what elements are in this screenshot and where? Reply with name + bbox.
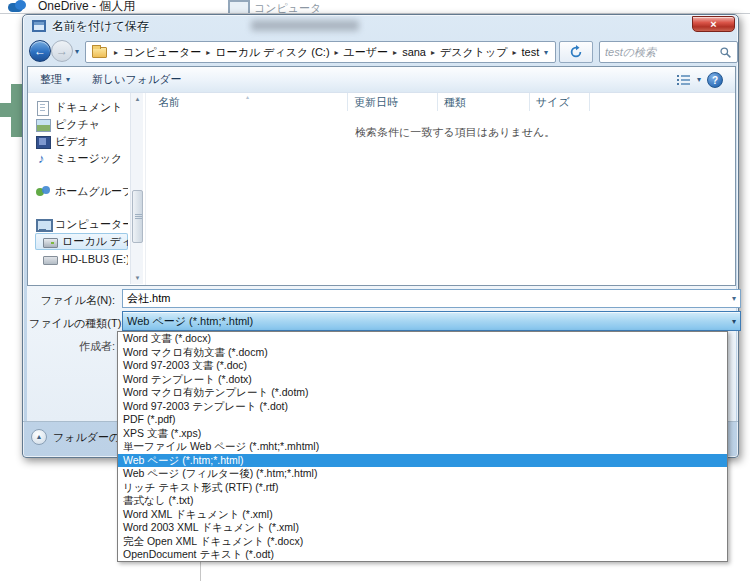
background-computer-label: コンピュータ <box>254 0 321 13</box>
breadcrumb-item[interactable]: ▸ sana <box>388 46 426 58</box>
column-header[interactable]: 更新日時 <box>348 93 438 111</box>
dropdown-option[interactable]: OpenDocument テキスト (*.odt) <box>118 548 727 562</box>
dropdown-option[interactable]: PDF (*.pdf) <box>118 413 727 427</box>
folder-icon <box>92 47 107 58</box>
breadcrumb-separator-icon: ▸ <box>114 48 118 57</box>
disk-icon <box>42 235 57 249</box>
recent-locations-caret-icon[interactable]: ▾ <box>75 47 79 56</box>
file-name-input[interactable] <box>123 293 728 305</box>
sidebar-scrollbar[interactable]: ▲ ▼ <box>130 93 143 284</box>
breadcrumb-item[interactable]: ▸ コンピューター <box>109 45 201 60</box>
file-list: 名前 更新日時 種類 サイズ ▴ 検索条件に一致する項目はありません。 <box>145 93 735 285</box>
author-label: 作成者: <box>29 339 115 354</box>
dropdown-option[interactable]: Word 97-2003 テンプレート (*.dot) <box>118 400 727 414</box>
organize-caret-icon: ▾ <box>66 75 70 84</box>
breadcrumb-item[interactable]: ▸ test <box>508 46 540 58</box>
sidebar-item[interactable]: HD-LBU3 (E:) <box>35 250 128 267</box>
homegroup-icon <box>35 185 50 199</box>
dropdown-option[interactable]: XPS 文書 (*.xps) <box>118 427 727 441</box>
dropdown-option[interactable]: Word 文書 (*.docx) <box>118 332 727 346</box>
dropdown-option[interactable]: Word マクロ有効テンプレート (*.dotm) <box>118 386 727 400</box>
dropdown-option[interactable]: Word 97-2003 文書 (*.doc) <box>118 359 727 373</box>
breadcrumb-separator-icon: ▸ <box>431 48 435 57</box>
refresh-icon <box>569 45 583 59</box>
address-dropdown-caret-icon[interactable]: ▾ <box>541 48 551 57</box>
video-icon <box>35 135 50 149</box>
music-icon <box>35 152 50 166</box>
sidebar-item[interactable]: コンピューター <box>28 216 128 233</box>
forward-button[interactable]: → <box>51 40 73 62</box>
breadcrumb-item[interactable]: ▸ ユーザー <box>330 45 389 60</box>
view-mode-icon[interactable] <box>677 74 691 85</box>
screen: OneDrive - 個人用 コンピュータ 名前を付けて保存 × ← → ▾ ▸ <box>0 0 750 581</box>
breadcrumb-item[interactable]: ▸ デスクトップ <box>426 45 508 60</box>
close-button[interactable]: × <box>692 16 735 32</box>
column-header-row: 名前 更新日時 種類 サイズ <box>146 93 735 111</box>
help-icon[interactable]: ? <box>707 72 723 88</box>
scrollbar-thumb[interactable] <box>132 190 143 243</box>
scroll-down-icon[interactable]: ▼ <box>131 272 144 284</box>
glass-smudge <box>251 20 359 31</box>
file-type-value: Web ページ (*.htm;*.html) <box>123 314 253 329</box>
scroll-up-icon[interactable]: ▲ <box>131 93 144 105</box>
onedrive-cloud-icon <box>6 1 30 12</box>
breadcrumb-separator-icon: ▸ <box>335 48 339 57</box>
breadcrumb-separator-icon: ▸ <box>513 48 517 57</box>
file-type-caret-icon: ▾ <box>728 317 740 326</box>
new-folder-button[interactable]: 新しいフォルダー <box>92 72 182 87</box>
drive-icon <box>42 252 57 266</box>
dropdown-option[interactable]: Web ページ (フィルター後) (*.htm;*.html) <box>118 467 727 481</box>
file-name-label: ファイル名(N): <box>29 293 115 308</box>
address-bar[interactable]: ▸ コンピューター ▸ ローカル ディスク (C:) ▸ ユーザー ▸ sana <box>85 41 556 63</box>
breadcrumb: ▸ コンピューター ▸ ローカル ディスク (C:) ▸ ユーザー ▸ sana <box>109 45 539 60</box>
empty-folder-message: 検索条件に一致する項目はありません。 <box>355 125 555 140</box>
dropdown-option[interactable]: Web ページ (*.htm;*.html) <box>118 454 727 468</box>
breadcrumb-item[interactable]: ▸ ローカル ディスク (C:) <box>201 45 329 60</box>
sidebar-item[interactable]: ビデオ <box>28 133 128 150</box>
address-row: ← → ▾ ▸ コンピューター ▸ ローカル ディスク (C:) ▸ <box>23 37 738 66</box>
background-onedrive-item: OneDrive - 個人用 <box>6 0 135 13</box>
save-dialog-icon <box>32 20 46 32</box>
view-mode-caret-icon[interactable]: ▾ <box>697 75 701 84</box>
dropdown-option[interactable]: リッチ テキスト形式 (RTF) (*.rtf) <box>118 481 727 495</box>
sidebar-item[interactable]: ホームグループ <box>28 183 128 200</box>
sidebar-item[interactable]: ミュージック <box>28 150 128 167</box>
file-type-dropdown-list: Word 文書 (*.docx) Word マクロ有効文書 (*.docm) W… <box>117 331 728 562</box>
dropdown-option[interactable]: Word テンプレート (*.dotx) <box>118 373 727 387</box>
dropdown-option[interactable]: Word XML ドキュメント (*.xml) <box>118 508 727 522</box>
pictures-icon <box>35 118 50 132</box>
breadcrumb-separator-icon: ▸ <box>206 48 210 57</box>
collapse-arrow-icon: ▲ <box>31 429 47 445</box>
back-button[interactable]: ← <box>29 40 51 62</box>
sidebar-item[interactable]: ドキュメント <box>28 99 128 116</box>
dropdown-option[interactable]: 単一ファイル Web ページ (*.mht;*.mhtml) <box>118 440 727 454</box>
sort-indicator-icon: ▴ <box>246 93 249 100</box>
sidebar-item[interactable]: ピクチャ <box>28 116 128 133</box>
column-header[interactable]: サイズ <box>530 93 590 111</box>
organize-button[interactable]: 整理 ▾ <box>40 72 70 87</box>
dialog-titlebar[interactable]: 名前を付けて保存 <box>23 15 738 37</box>
dropdown-option[interactable]: Word 2003 XML ドキュメント (*.xml) <box>118 521 727 535</box>
navigation-sidebar: ドキュメント ピクチャ ビデオ ミュージック ホームグループ <box>28 93 144 285</box>
dropdown-option[interactable]: 書式なし (*.txt) <box>118 494 727 508</box>
dropdown-option[interactable]: Word マクロ有効文書 (*.docm) <box>118 346 727 360</box>
breadcrumb-separator-icon: ▸ <box>393 48 397 57</box>
document-icon <box>35 101 50 115</box>
file-type-label: ファイルの種類(T): <box>29 316 115 331</box>
search-icon <box>719 46 732 59</box>
search-input[interactable] <box>605 46 719 58</box>
file-name-field[interactable]: ▾ <box>122 289 741 308</box>
computer-icon <box>35 218 50 232</box>
sidebar-item[interactable]: ローカル ディス <box>35 233 128 250</box>
dialog-title: 名前を付けて保存 <box>52 18 149 35</box>
background-computer-item: コンピュータ <box>228 0 321 13</box>
computer-monitor-icon <box>228 0 248 13</box>
column-header[interactable]: 種類 <box>438 93 530 111</box>
file-type-combo[interactable]: Web ページ (*.htm;*.html) ▾ <box>122 311 741 331</box>
dropdown-option[interactable]: 完全 Open XML ドキュメント (*.docx) <box>118 535 727 549</box>
command-toolbar: 整理 ▾ 新しいフォルダー ▾ ? <box>28 67 735 93</box>
refresh-button[interactable] <box>559 41 593 63</box>
search-box[interactable] <box>599 41 738 63</box>
file-name-caret-icon[interactable]: ▾ <box>728 294 740 303</box>
browser-panel: 整理 ▾ 新しいフォルダー ▾ ? ドキュメント ピクチャ <box>27 66 736 286</box>
